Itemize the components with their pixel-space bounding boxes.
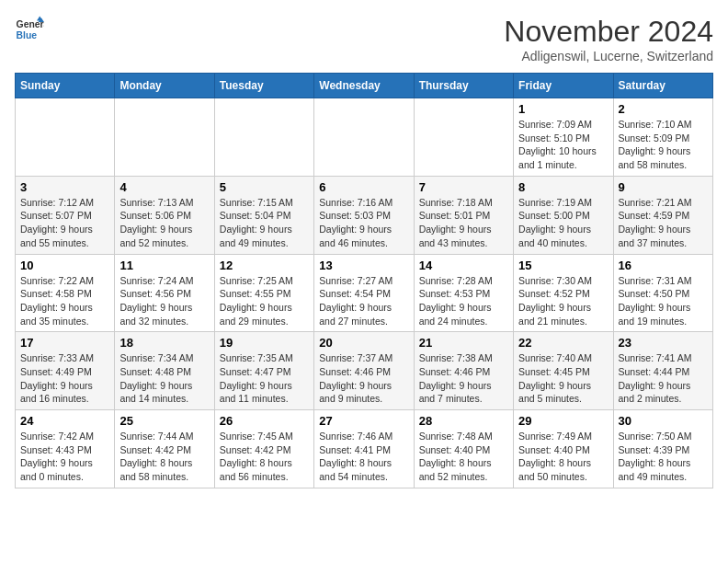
calendar-header-row: SundayMondayTuesdayWednesdayThursdayFrid… <box>16 74 713 98</box>
calendar-cell <box>214 98 313 177</box>
calendar-cell: 6Sunrise: 7:16 AMSunset: 5:03 PMDaylight… <box>314 176 414 254</box>
calendar-cell: 2Sunrise: 7:10 AMSunset: 5:09 PMDaylight… <box>613 98 712 177</box>
day-detail: Sunrise: 7:40 AMSunset: 4:45 PMDaylight:… <box>518 351 608 406</box>
day-detail: Sunrise: 7:25 AMSunset: 4:55 PMDaylight:… <box>220 274 309 328</box>
calendar-cell: 22Sunrise: 7:40 AMSunset: 4:45 PMDayligh… <box>514 332 613 410</box>
day-number: 27 <box>319 414 408 428</box>
month-title: November 2024 <box>504 15 713 49</box>
calendar-cell: 5Sunrise: 7:15 AMSunset: 5:04 PMDaylight… <box>214 176 313 254</box>
day-number: 18 <box>119 336 209 350</box>
day-number: 14 <box>419 259 508 272</box>
weekday-header: Tuesday <box>214 74 313 98</box>
weekday-header: Monday <box>115 74 214 98</box>
day-number: 13 <box>319 259 408 272</box>
day-detail: Sunrise: 7:48 AMSunset: 4:40 PMDaylight:… <box>419 430 508 484</box>
day-detail: Sunrise: 7:49 AMSunset: 4:40 PMDaylight:… <box>518 430 608 484</box>
calendar-cell: 8Sunrise: 7:19 AMSunset: 5:00 PMDaylight… <box>514 176 613 254</box>
calendar-cell: 10Sunrise: 7:22 AMSunset: 4:58 PMDayligh… <box>16 254 115 332</box>
day-detail: Sunrise: 7:27 AMSunset: 4:54 PMDaylight:… <box>319 274 408 328</box>
day-number: 6 <box>319 180 408 194</box>
day-number: 15 <box>518 259 608 272</box>
calendar-cell: 4Sunrise: 7:13 AMSunset: 5:06 PMDaylight… <box>115 176 214 254</box>
day-number: 1 <box>518 102 608 116</box>
weekday-header: Friday <box>514 74 613 98</box>
calendar-cell: 18Sunrise: 7:34 AMSunset: 4:48 PMDayligh… <box>115 332 214 410</box>
calendar-cell <box>115 98 214 177</box>
day-number: 24 <box>20 414 109 428</box>
calendar-week-row: 10Sunrise: 7:22 AMSunset: 4:58 PMDayligh… <box>16 254 713 332</box>
calendar-cell: 29Sunrise: 7:49 AMSunset: 4:40 PMDayligh… <box>514 410 613 488</box>
day-detail: Sunrise: 7:13 AMSunset: 5:06 PMDaylight:… <box>119 196 209 250</box>
svg-text:Blue: Blue <box>17 30 38 40</box>
calendar-cell: 14Sunrise: 7:28 AMSunset: 4:53 PMDayligh… <box>414 254 513 332</box>
calendar-cell: 27Sunrise: 7:46 AMSunset: 4:41 PMDayligh… <box>314 410 414 488</box>
day-detail: Sunrise: 7:18 AMSunset: 5:01 PMDaylight:… <box>419 196 508 250</box>
header: General Blue November 2024 Adligenswil, … <box>15 15 713 63</box>
day-number: 25 <box>119 414 209 428</box>
calendar-cell: 30Sunrise: 7:50 AMSunset: 4:39 PMDayligh… <box>613 410 712 488</box>
title-area: November 2024 Adligenswil, Lucerne, Swit… <box>504 15 713 63</box>
day-number: 9 <box>619 180 708 194</box>
calendar-cell: 21Sunrise: 7:38 AMSunset: 4:46 PMDayligh… <box>414 332 513 410</box>
weekday-header: Thursday <box>414 74 513 98</box>
day-detail: Sunrise: 7:38 AMSunset: 4:46 PMDaylight:… <box>419 351 508 406</box>
day-detail: Sunrise: 7:50 AMSunset: 4:39 PMDaylight:… <box>619 430 708 484</box>
day-detail: Sunrise: 7:45 AMSunset: 4:42 PMDaylight:… <box>220 430 309 484</box>
calendar-week-row: 17Sunrise: 7:33 AMSunset: 4:49 PMDayligh… <box>16 332 713 410</box>
calendar-week-row: 1Sunrise: 7:09 AMSunset: 5:10 PMDaylight… <box>16 98 713 177</box>
calendar-body: 1Sunrise: 7:09 AMSunset: 5:10 PMDaylight… <box>16 98 713 488</box>
calendar-cell: 15Sunrise: 7:30 AMSunset: 4:52 PMDayligh… <box>514 254 613 332</box>
day-detail: Sunrise: 7:15 AMSunset: 5:04 PMDaylight:… <box>220 196 309 250</box>
day-number: 21 <box>419 336 508 350</box>
day-detail: Sunrise: 7:22 AMSunset: 4:58 PMDaylight:… <box>20 274 109 328</box>
day-number: 17 <box>20 336 109 350</box>
day-detail: Sunrise: 7:31 AMSunset: 4:50 PMDaylight:… <box>619 274 708 328</box>
calendar-cell <box>414 98 513 177</box>
day-detail: Sunrise: 7:09 AMSunset: 5:10 PMDaylight:… <box>518 118 608 172</box>
logo: General Blue <box>15 15 44 44</box>
day-number: 2 <box>619 102 708 116</box>
day-number: 7 <box>419 180 508 194</box>
day-number: 11 <box>119 259 209 272</box>
weekday-header: Wednesday <box>314 74 414 98</box>
day-number: 20 <box>319 336 408 350</box>
day-detail: Sunrise: 7:35 AMSunset: 4:47 PMDaylight:… <box>220 351 309 406</box>
day-detail: Sunrise: 7:16 AMSunset: 5:03 PMDaylight:… <box>319 196 408 250</box>
day-detail: Sunrise: 7:12 AMSunset: 5:07 PMDaylight:… <box>20 196 109 250</box>
day-number: 3 <box>20 180 109 194</box>
day-detail: Sunrise: 7:33 AMSunset: 4:49 PMDaylight:… <box>20 351 109 406</box>
day-number: 23 <box>619 336 708 350</box>
weekday-header: Saturday <box>613 74 712 98</box>
calendar-cell: 11Sunrise: 7:24 AMSunset: 4:56 PMDayligh… <box>115 254 214 332</box>
day-number: 26 <box>220 414 309 428</box>
calendar-table: SundayMondayTuesdayWednesdayThursdayFrid… <box>15 73 713 488</box>
day-detail: Sunrise: 7:44 AMSunset: 4:42 PMDaylight:… <box>119 430 209 484</box>
calendar-cell: 12Sunrise: 7:25 AMSunset: 4:55 PMDayligh… <box>214 254 313 332</box>
day-number: 16 <box>619 259 708 272</box>
calendar-cell <box>314 98 414 177</box>
calendar-cell <box>16 98 115 177</box>
calendar-week-row: 3Sunrise: 7:12 AMSunset: 5:07 PMDaylight… <box>16 176 713 254</box>
calendar-cell: 24Sunrise: 7:42 AMSunset: 4:43 PMDayligh… <box>16 410 115 488</box>
day-number: 22 <box>518 336 608 350</box>
day-number: 4 <box>119 180 209 194</box>
day-number: 10 <box>20 259 109 272</box>
calendar-week-row: 24Sunrise: 7:42 AMSunset: 4:43 PMDayligh… <box>16 410 713 488</box>
logo-icon: General Blue <box>15 15 44 44</box>
calendar-cell: 9Sunrise: 7:21 AMSunset: 4:59 PMDaylight… <box>613 176 712 254</box>
calendar-cell: 17Sunrise: 7:33 AMSunset: 4:49 PMDayligh… <box>16 332 115 410</box>
calendar-cell: 16Sunrise: 7:31 AMSunset: 4:50 PMDayligh… <box>613 254 712 332</box>
calendar-cell: 3Sunrise: 7:12 AMSunset: 5:07 PMDaylight… <box>16 176 115 254</box>
calendar-cell: 7Sunrise: 7:18 AMSunset: 5:01 PMDaylight… <box>414 176 513 254</box>
calendar-cell: 13Sunrise: 7:27 AMSunset: 4:54 PMDayligh… <box>314 254 414 332</box>
calendar-cell: 23Sunrise: 7:41 AMSunset: 4:44 PMDayligh… <box>613 332 712 410</box>
day-detail: Sunrise: 7:42 AMSunset: 4:43 PMDaylight:… <box>20 430 109 484</box>
day-number: 12 <box>220 259 309 272</box>
day-number: 30 <box>619 414 708 428</box>
calendar-cell: 28Sunrise: 7:48 AMSunset: 4:40 PMDayligh… <box>414 410 513 488</box>
location-subtitle: Adligenswil, Lucerne, Switzerland <box>504 49 713 63</box>
day-detail: Sunrise: 7:41 AMSunset: 4:44 PMDaylight:… <box>619 351 708 406</box>
day-number: 8 <box>518 180 608 194</box>
day-number: 28 <box>419 414 508 428</box>
day-detail: Sunrise: 7:34 AMSunset: 4:48 PMDaylight:… <box>119 351 209 406</box>
